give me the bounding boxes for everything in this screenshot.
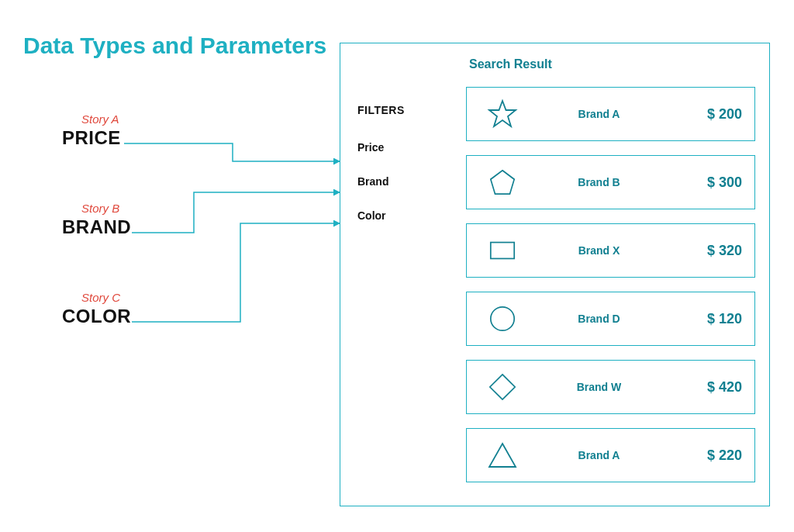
diamond-icon bbox=[479, 372, 526, 402]
story-price: Story A PRICE bbox=[62, 112, 121, 149]
story-label: Story C bbox=[62, 291, 131, 304]
story-name: BRAND bbox=[62, 216, 131, 238]
result-price-label: $ 220 bbox=[672, 447, 742, 464]
svg-rect-0 bbox=[491, 243, 514, 259]
story-name: PRICE bbox=[62, 127, 121, 149]
triangle-icon bbox=[479, 440, 526, 470]
results-column: Search Result Brand A $ 200 Brand B $ 30… bbox=[466, 57, 755, 492]
result-price-label: $ 420 bbox=[672, 379, 742, 396]
story-label: Story A bbox=[62, 112, 121, 126]
filters-column: FILTERS Price Brand Color bbox=[357, 57, 466, 492]
story-label: Story B bbox=[62, 202, 131, 215]
pentagon-icon bbox=[479, 168, 526, 197]
rectangle-icon bbox=[479, 239, 526, 262]
star-icon bbox=[479, 98, 526, 130]
result-brand-label: Brand X bbox=[526, 244, 672, 257]
result-brand-label: Brand B bbox=[526, 176, 672, 188]
story-brand: Story B BRAND bbox=[62, 202, 131, 238]
result-price-label: $ 120 bbox=[672, 311, 742, 327]
filter-color[interactable]: Color bbox=[357, 209, 466, 222]
circle-icon bbox=[479, 304, 526, 333]
result-row[interactable]: Brand X $ 320 bbox=[466, 223, 755, 278]
filter-brand[interactable]: Brand bbox=[357, 175, 466, 188]
results-panel: FILTERS Price Brand Color Search Result … bbox=[340, 43, 770, 506]
result-brand-label: Brand W bbox=[526, 381, 672, 393]
story-name: COLOR bbox=[62, 306, 131, 327]
result-brand-label: Brand A bbox=[526, 108, 672, 120]
result-price-label: $ 320 bbox=[672, 243, 742, 259]
result-price-label: $ 300 bbox=[672, 174, 742, 191]
result-row[interactable]: Brand D $ 120 bbox=[466, 292, 755, 346]
filter-price[interactable]: Price bbox=[357, 141, 466, 154]
result-row[interactable]: Brand B $ 300 bbox=[466, 155, 755, 209]
result-row[interactable]: Brand W $ 420 bbox=[466, 360, 755, 414]
result-row[interactable]: Brand A $ 220 bbox=[466, 428, 755, 482]
filters-heading: FILTERS bbox=[357, 104, 466, 116]
result-row[interactable]: Brand A $ 200 bbox=[466, 87, 755, 141]
story-color: Story C COLOR bbox=[62, 291, 131, 327]
svg-point-1 bbox=[491, 307, 514, 330]
result-brand-label: Brand A bbox=[526, 449, 672, 461]
result-brand-label: Brand D bbox=[526, 313, 672, 325]
results-heading: Search Result bbox=[466, 57, 755, 71]
page-title: Data Types and Parameters bbox=[23, 31, 326, 60]
result-price-label: $ 200 bbox=[672, 106, 742, 123]
